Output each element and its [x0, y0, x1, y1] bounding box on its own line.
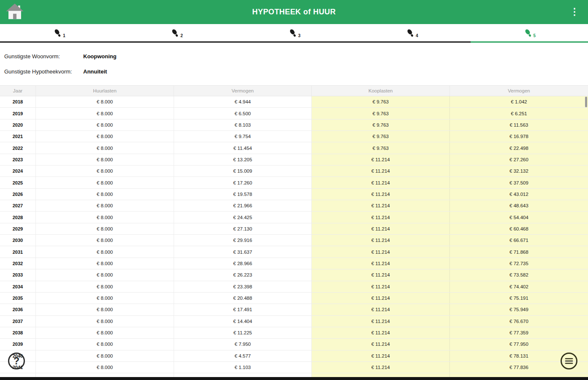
value-cell: € 11.214 [312, 200, 450, 211]
value-cell: € 8.000 [36, 350, 174, 361]
value-cell: € 8.000 [36, 119, 174, 130]
table-row: 2034€ 8.000€ 23.398€ 11.214€ 74.402 [0, 281, 588, 293]
summary-row: Gunstigste Woonvorm: Koopwoning [4, 53, 588, 60]
value-cell: € 11.214 [312, 166, 450, 176]
footprint-icon [288, 28, 298, 38]
scrollbar-thumb[interactable] [585, 97, 587, 107]
value-cell: € 8.000 [36, 246, 174, 257]
year-cell: 2023 [0, 154, 36, 165]
value-cell: € 60.468 [450, 223, 588, 234]
tab-number: 1 [63, 33, 65, 38]
legend-button[interactable] [561, 353, 577, 369]
table-body: 2018€ 8.000€ 4.944€ 9.763€ 1.0422019€ 8.… [0, 96, 588, 380]
value-cell: € 16.978 [450, 131, 588, 142]
value-cell: € 8.000 [36, 304, 174, 315]
value-cell: € 9.763 [312, 96, 450, 107]
year-cell: 2032 [0, 258, 36, 269]
year-cell: 2019 [0, 108, 36, 119]
bottom-bar [0, 377, 588, 380]
year-cell: 2038 [0, 327, 36, 338]
value-cell: € 20.488 [174, 293, 312, 304]
value-cell: € 9.763 [312, 119, 450, 130]
year-cell: 2022 [0, 142, 36, 153]
value-cell: € 27.260 [450, 154, 588, 165]
value-cell: € 8.000 [36, 154, 174, 165]
value-cell: € 8.000 [36, 327, 174, 338]
value-cell: € 72.735 [450, 258, 588, 269]
table-row: 2025€ 8.000€ 17.260€ 11.214€ 37.509 [0, 177, 588, 188]
value-cell: € 11.214 [312, 339, 450, 350]
woonvorm-value: Koopwoning [83, 53, 117, 60]
value-cell: € 74.402 [450, 281, 588, 292]
year-cell: 2024 [0, 166, 36, 176]
value-cell: € 4.944 [174, 96, 312, 107]
table-row: 2028€ 8.000€ 24.425€ 11.214€ 54.404 [0, 212, 588, 223]
hamburger-menu-icon [565, 358, 573, 364]
table-row: 2036€ 8.000€ 17.491€ 11.214€ 75.949 [0, 304, 588, 315]
value-cell: € 8.000 [36, 108, 174, 119]
tab-step-3[interactable]: 3 [235, 24, 353, 43]
tab-step-1[interactable]: 1 [0, 24, 117, 43]
year-cell: 2021 [0, 131, 36, 142]
value-cell: € 11.214 [312, 327, 450, 338]
value-cell: € 1.042 [450, 96, 588, 107]
table-row: 2035€ 8.000€ 20.488€ 11.214€ 75.191 [0, 293, 588, 304]
value-cell: € 9.763 [312, 131, 450, 142]
year-cell: 2028 [0, 212, 36, 223]
footprint-icon [523, 28, 533, 38]
value-cell: € 13.205 [174, 154, 312, 165]
tab-step-5[interactable]: 5 [471, 24, 588, 43]
house-icon[interactable] [5, 2, 24, 22]
table-row: 2032€ 8.000€ 28.966€ 11.214€ 72.735 [0, 258, 588, 269]
app-title: HYPOTHEEK of HUUR [252, 8, 336, 16]
value-cell: € 8.000 [36, 142, 174, 153]
year-cell: 2029 [0, 223, 36, 234]
value-cell: € 17.491 [174, 304, 312, 315]
hypotheekvorm-label: Gunstigste Hypotheekvorm: [4, 68, 83, 75]
table-row: 2033€ 8.000€ 26.223€ 11.214€ 73.582 [0, 269, 588, 281]
value-cell: € 8.000 [36, 166, 174, 176]
table-row: 2030€ 8.000€ 29.916€ 11.214€ 66.671 [0, 235, 588, 246]
year-cell: 2035 [0, 293, 36, 304]
value-cell: € 11.214 [312, 258, 450, 269]
col-header-vermogen-huur: Vermogen [174, 86, 312, 96]
table-row: 2022€ 8.000€ 11.454€ 9.763€ 22.498 [0, 142, 588, 154]
value-cell: € 21.966 [174, 200, 312, 211]
value-cell: € 11.214 [312, 293, 450, 304]
tab-step-4[interactable]: 4 [353, 24, 470, 43]
col-header-vermogen-koop: Vermogen [450, 86, 588, 96]
table-row: 2023€ 8.000€ 13.205€ 11.214€ 27.260 [0, 154, 588, 166]
value-cell: € 77.950 [450, 339, 588, 350]
table-row: 2041€ 8.000€ 1.103€ 11.214€ 77.836 [0, 362, 588, 373]
value-cell: € 1.103 [174, 362, 312, 373]
value-cell: € 8.000 [36, 293, 174, 304]
help-button[interactable]: ? [8, 353, 25, 369]
value-cell: € 8.000 [36, 269, 174, 280]
value-cell: € 15.009 [174, 166, 312, 176]
kebab-menu-icon[interactable]: ⋮ [569, 6, 580, 18]
table-header-row: Jaar Huurlasten Vermogen Kooplasten Verm… [0, 85, 588, 96]
value-cell: € 7.950 [174, 339, 312, 350]
result-summary: Gunstigste Woonvorm: Koopwoning Gunstigs… [0, 43, 588, 85]
value-cell: € 32.132 [450, 166, 588, 176]
app-bar: HYPOTHEEK of HUUR ⋮ [0, 0, 588, 24]
value-cell: € 11.214 [312, 350, 450, 361]
value-cell: € 8.000 [36, 258, 174, 269]
value-cell: € 48.643 [450, 200, 588, 211]
value-cell: € 8.103 [174, 119, 312, 130]
col-header-kooplasten: Kooplasten [312, 86, 450, 96]
table-row: 2026€ 8.000€ 19.578€ 11.214€ 43.012 [0, 189, 588, 200]
table-row: 2037€ 8.000€ 14.404€ 11.214€ 76.670 [0, 316, 588, 327]
tab-number: 4 [416, 33, 418, 38]
hypotheekvorm-value: Annuiteit [83, 68, 107, 75]
footprint-icon [52, 28, 63, 38]
tab-step-2[interactable]: 2 [117, 24, 235, 43]
value-cell: € 11.214 [312, 223, 450, 234]
value-cell: € 8.000 [36, 96, 174, 107]
value-cell: € 24.425 [174, 212, 312, 223]
value-cell: € 11.214 [312, 316, 450, 327]
table-row: 2020€ 8.000€ 8.103€ 9.763€ 11.563 [0, 119, 588, 131]
year-cell: 2033 [0, 269, 36, 280]
table-row: 2039€ 8.000€ 7.950€ 11.214€ 77.950 [0, 339, 588, 350]
value-cell: € 22.498 [450, 142, 588, 153]
